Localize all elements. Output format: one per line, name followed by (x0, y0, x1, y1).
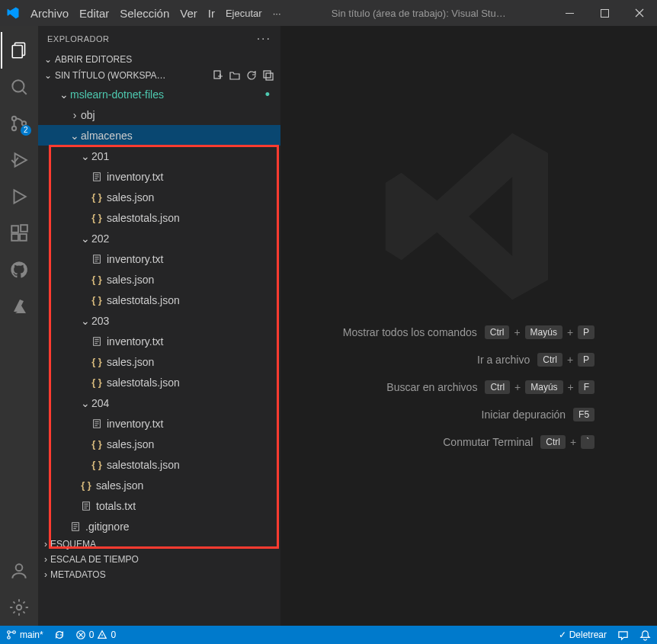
github-activity-icon[interactable] (1, 252, 37, 288)
azure-activity-icon[interactable] (1, 288, 37, 325)
open-editors-section[interactable]: ⌄ ABRIR EDITORES (38, 52, 280, 67)
file-sales.json[interactable]: { }sales.json (38, 269, 280, 290)
explorer-activity-icon[interactable] (1, 32, 37, 69)
tree-label: 204 (91, 397, 109, 409)
spell-status[interactable]: ✓Deletrear (559, 630, 607, 640)
plus-separator: + (514, 326, 520, 338)
folder-201[interactable]: ⌄201 (38, 146, 280, 166)
refresh-icon[interactable] (245, 69, 258, 82)
tree-label: mslearn-dotnet-files (70, 88, 164, 101)
debug-activity-icon[interactable] (1, 178, 37, 215)
sync-status[interactable] (54, 630, 65, 640)
menu-item-archivo[interactable]: Archivo (26, 4, 73, 23)
menu-item-ir[interactable]: Ir (204, 4, 220, 23)
tree-label: sales.json (96, 479, 143, 492)
folder-mslearn-dotnet-files[interactable]: ⌄mslearn-dotnet-files• (38, 84, 280, 104)
account-activity-icon[interactable] (1, 553, 37, 589)
chevron-down-icon: ⌄ (79, 315, 91, 327)
menu-item-ejecutar[interactable]: Ejecutar (221, 5, 267, 22)
close-button[interactable] (622, 0, 657, 26)
scm-activity-icon[interactable]: 2 (1, 105, 37, 142)
svg-rect-15 (264, 71, 271, 78)
file-sales.json[interactable]: { }sales.json (38, 475, 280, 495)
plus-separator: + (568, 381, 574, 393)
branch-status[interactable]: main* (6, 630, 43, 640)
search-activity-icon[interactable] (1, 69, 37, 105)
svg-point-13 (17, 605, 22, 610)
file-totals.txt[interactable]: totals.txt (38, 495, 280, 516)
help-label: Conmutar Terminal (443, 436, 533, 448)
tree-label: sales.json (107, 356, 154, 368)
chevron-right-icon: › (69, 109, 81, 121)
file-sales.json[interactable]: { }sales.json (38, 434, 280, 454)
keyboard-key: Ctrl (485, 325, 510, 339)
svg-rect-3 (12, 46, 22, 58)
menu-item-ver[interactable]: Ver (175, 4, 202, 23)
outline-section[interactable]: › ESQUEMA (38, 537, 280, 552)
folder-203[interactable]: ⌄203 (38, 310, 280, 331)
file-inventory.txt[interactable]: inventory.txt (38, 248, 280, 269)
window-controls (552, 0, 657, 26)
tree-label: sales.json (107, 274, 154, 286)
file-sales.json[interactable]: { }sales.json (38, 187, 280, 207)
json-icon: { } (90, 376, 104, 388)
testing-activity-icon[interactable] (1, 142, 37, 178)
maximize-button[interactable] (587, 0, 622, 26)
workspace-section[interactable]: ⌄ SIN TÍTULO (WORKSPA… (38, 67, 280, 84)
folder-204[interactable]: ⌄204 (38, 392, 280, 413)
file-sales.json[interactable]: { }sales.json (38, 351, 280, 372)
keyboard-key: P (578, 353, 595, 367)
menu-item-selección[interactable]: Selección (115, 4, 174, 23)
help-row: Mostrar todos los comandosCtrl+Mayús+P (343, 325, 595, 339)
new-file-icon[interactable] (212, 69, 224, 82)
keyboard-key: Mayús (525, 325, 562, 339)
menu-item-editar[interactable]: Editar (75, 4, 114, 23)
svg-point-12 (16, 564, 23, 571)
svg-point-4 (12, 80, 24, 91)
file-salestotals.json[interactable]: { }salestotals.json (38, 207, 280, 228)
file-.gitignore[interactable]: .gitignore (38, 516, 280, 537)
menu-item-···[interactable]: ··· (268, 5, 286, 22)
tree-label: obj (81, 109, 95, 121)
vscode-logo-icon (0, 6, 26, 20)
json-icon: { } (90, 438, 104, 450)
json-icon: { } (90, 356, 104, 367)
file-salestotals.json[interactable]: { }salestotals.json (38, 290, 280, 310)
chevron-right-icon: › (44, 554, 47, 565)
settings-activity-icon[interactable] (1, 589, 37, 626)
json-icon: { } (90, 191, 104, 203)
metadata-section[interactable]: › METADATOS (38, 567, 280, 582)
new-folder-icon[interactable] (229, 69, 241, 82)
plus-separator: + (567, 326, 573, 338)
json-icon: { } (90, 212, 104, 223)
file-salestotals.json[interactable]: { }salestotals.json (38, 372, 280, 392)
file-salestotals.json[interactable]: { }salestotals.json (38, 454, 280, 475)
open-editors-label: ABRIR EDITORES (55, 54, 132, 65)
extensions-activity-icon[interactable] (1, 215, 37, 252)
folder-obj[interactable]: ›obj (38, 104, 280, 125)
file-inventory.txt[interactable]: inventory.txt (38, 331, 280, 351)
minimize-button[interactable] (552, 0, 587, 26)
help-row: Conmutar TerminalCtrl+` (343, 435, 595, 449)
file-inventory.txt[interactable]: inventory.txt (38, 413, 280, 434)
tree-label: salestotals.json (107, 212, 180, 224)
editor-area: Mostrar todos los comandosCtrl+Mayús+PIr… (280, 26, 657, 626)
scm-badge: 2 (21, 125, 31, 136)
tree-label: salestotals.json (107, 376, 180, 389)
feedback-icon[interactable] (617, 630, 629, 641)
problems-status[interactable]: 0 0 (75, 630, 116, 640)
tree-label: inventory.txt (107, 335, 163, 348)
more-icon[interactable]: ··· (257, 32, 271, 46)
menu-bar: ArchivoEditarSelecciónVerIrEjecutar··· (26, 4, 286, 23)
timeline-section[interactable]: › ESCALA DE TIEMPO (38, 552, 280, 567)
status-bar: main* 0 0 ✓Deletrear (0, 626, 657, 644)
folder-almacenes[interactable]: ⌄almacenes (38, 125, 280, 146)
help-label: Buscar en archivos (386, 381, 477, 393)
folder-202[interactable]: ⌄202 (38, 228, 280, 248)
help-label: Mostrar todos los comandos (343, 326, 477, 338)
file-inventory.txt[interactable]: inventory.txt (38, 166, 280, 187)
bell-icon[interactable] (639, 630, 651, 641)
collapse-icon[interactable] (262, 69, 274, 82)
json-icon: { } (90, 294, 104, 306)
svg-rect-11 (21, 225, 27, 232)
